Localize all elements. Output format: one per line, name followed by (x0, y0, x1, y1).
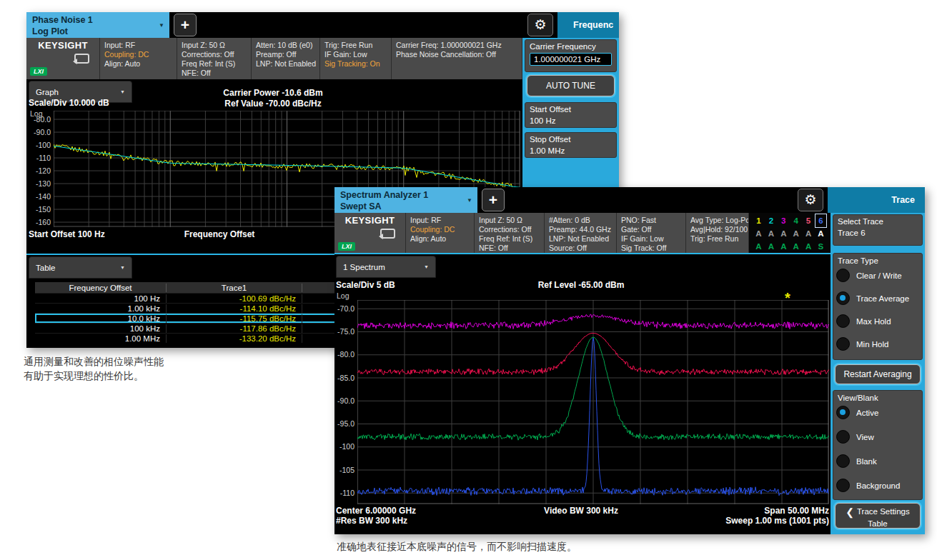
keysight-block: KEYSIGHT LXI (26, 38, 100, 79)
start-offset-value: 100 Hz (530, 116, 612, 125)
settings-line: Corrections: Off (182, 50, 247, 59)
select-trace-value: Trace 6 (838, 229, 918, 237)
cell-trace1: -100.69 dBc/Hz (166, 294, 302, 303)
chevron-left-icon: ❮ (846, 506, 854, 518)
ref-level-label: Ref Level -65.00 dBm (463, 280, 699, 290)
chevron-down-icon: ▼ (467, 197, 472, 204)
spectrum-view-dropdown[interactable]: 1 Spectrum ▼ (336, 256, 436, 278)
y-tick-label: -70.0 (334, 304, 355, 313)
select-trace-key[interactable]: Select Trace Trace 6 (833, 214, 923, 246)
radio-view[interactable]: View (836, 430, 874, 444)
settings-line: PNO: Fast (621, 216, 681, 225)
carrier-frequency-input[interactable]: 1.000000021 GHz (530, 53, 612, 66)
tab-subtitle: Log Plot (32, 26, 164, 37)
settings-gear-button[interactable]: ⚙ (798, 189, 823, 211)
res-bw-label: #Res BW 300 kHz (336, 516, 407, 526)
cell-trace1: -115.75 dBc/Hz (166, 314, 302, 323)
register-cell: 4 (790, 214, 801, 227)
y-tick-label: -130 (28, 179, 51, 188)
register-cell: A (790, 240, 801, 253)
radio-max-hold[interactable]: Max Hold (836, 314, 891, 328)
trace-register[interactable]: 123456AAAAAAAAAAAS (749, 213, 831, 254)
trace-type-label: Trace Type (838, 256, 918, 265)
settings-column: Trig: Free RunIF Gain: LowSig Tracking: … (320, 38, 392, 79)
y-tick-label: -90.0 (334, 396, 355, 405)
ref-value-label: Ref Value -70.00 dBc/Hz (155, 99, 391, 109)
y-tick-label: -95.0 (334, 419, 355, 428)
caption-phase-noise: 通用测量和改善的相位噪声性能 有助于实现理想的性价比。 (24, 355, 164, 383)
log-scale-label: Log (337, 291, 349, 300)
settings-line: Input: RF (104, 41, 172, 50)
table-view-dropdown[interactable]: Table ▼ (29, 256, 132, 279)
register-cell: 1 (753, 214, 764, 227)
spectrum-view-label: 1 Spectrum (343, 263, 385, 271)
radio-label: Clear / Write (856, 271, 902, 280)
settings-column: Input Z: 50 ΩCorrections: OffFreq Ref: I… (177, 38, 252, 79)
tab-trace[interactable]: Trace (828, 187, 925, 213)
y-tick-label: -105 (334, 466, 355, 474)
page: Phase Noise 1 Log Plot ▼ + ⚙ Frequenc KE… (0, 0, 937, 560)
radio-label: View (856, 433, 874, 441)
tab-phase-noise[interactable]: Phase Noise 1 Log Plot ▼ (26, 12, 169, 38)
y-tick-label: -110 (334, 489, 355, 497)
cell-frequency-offset: 1.00 MHz (35, 334, 166, 343)
caption-spectrum: 准确地表征接近本底噪声的信号，而不影响扫描速度。 (337, 540, 577, 554)
settings-line: Preamp: 44.0 GHz (549, 225, 612, 234)
settings-column: Input: RFCoupling: DCAlign: Auto (100, 38, 177, 79)
carrier-frequency-key[interactable]: Carrier Frequency 1.000000021 GHz (525, 39, 617, 72)
settings-line: Trig: Free Run (324, 41, 387, 50)
tab-spectrum-analyzer[interactable]: Spectrum Analyzer 1 Swept SA ▼ (334, 187, 477, 213)
table-view-label: Table (36, 264, 56, 272)
add-tab-button[interactable]: + (482, 189, 505, 211)
settings-line: NFE: Off (182, 69, 247, 78)
settings-gear-button[interactable]: ⚙ (527, 14, 553, 36)
register-row: AAAAAA (753, 227, 826, 240)
chevron-down-icon: ▼ (159, 22, 164, 29)
radio-label: Active (856, 409, 878, 417)
settings-line: IF Gain: Low (324, 50, 387, 59)
radio-active[interactable]: Active (836, 406, 878, 419)
settings-column: Input: RFCoupling: DCAlign: Auto (406, 213, 475, 254)
radio-background[interactable]: Background (836, 479, 900, 492)
settings-line: Sig Tracking: On (324, 59, 387, 69)
radio-min-hold[interactable]: Min Hold (836, 337, 888, 351)
settings-bar: KEYSIGHT LXI Input: RFCoupling: DCAlign:… (26, 38, 522, 79)
radio-clear-write[interactable]: Clear / Write (836, 269, 902, 282)
radio-trace-average[interactable]: Trace Average (836, 291, 909, 305)
register-row: AAAAAS (753, 240, 826, 253)
settings-line: Gate: Off (621, 225, 681, 234)
radio-label: Max Hold (856, 317, 891, 326)
auto-tune-button[interactable]: AUTO TUNE (527, 75, 615, 96)
settings-line: Align: Auto (104, 59, 172, 69)
register-cell: A (753, 240, 764, 253)
tab-frequency[interactable]: Frequenc (557, 12, 619, 38)
graph-view-label: Graph (36, 88, 59, 96)
settings-line: Source: Off (549, 244, 612, 253)
keysight-logo: KEYSIGHT (26, 38, 99, 51)
start-offset-key[interactable]: Start Offset 100 Hz (525, 102, 617, 128)
settings-column: Atten: 10 dB (e0)Preamp: OffLNP: Not Ena… (252, 38, 320, 79)
settings-line: Freq Ref: Int (S) (479, 234, 540, 244)
register-cell: A (815, 227, 826, 240)
trace-settings-table-button[interactable]: ❮Trace Settings Table (835, 503, 921, 529)
tab-bar: Phase Noise 1 Log Plot ▼ + ⚙ Frequenc (26, 12, 619, 38)
register-cell: A (803, 227, 814, 240)
select-trace-label: Select Trace (838, 217, 918, 226)
settings-line: LNP: Not Enabled (549, 234, 612, 244)
restart-averaging-button[interactable]: Restart Averaging (835, 364, 921, 384)
settings-line: Phase Noise Cancellation: Off (396, 50, 517, 59)
settings-line: Sig Track: Off (621, 244, 681, 253)
y-tick-label: -100 (28, 141, 51, 149)
settings-column: Input Z: 50 ΩCorrections: OffFreq Ref: I… (475, 213, 545, 254)
gear-icon: ⚙ (804, 192, 816, 207)
settings-column: PNO: FastGate: OffIF Gain: LowSig Track:… (617, 213, 686, 254)
settings-line: Coupling: DC (410, 225, 470, 234)
tab-bar: Spectrum Analyzer 1 Swept SA ▼ + ⚙ Trace (334, 187, 925, 213)
radio-blank[interactable]: Blank (836, 454, 877, 468)
settings-line: #Atten: 0 dB (549, 216, 612, 225)
lxi-badge: LXI (338, 242, 355, 251)
stop-offset-key[interactable]: Stop Offset 1.00 MHz (525, 132, 617, 158)
add-tab-button[interactable]: + (174, 14, 197, 36)
settings-line: Align: Auto (410, 234, 470, 244)
cell-trace1: -133.20 dBc/Hz (166, 334, 302, 343)
